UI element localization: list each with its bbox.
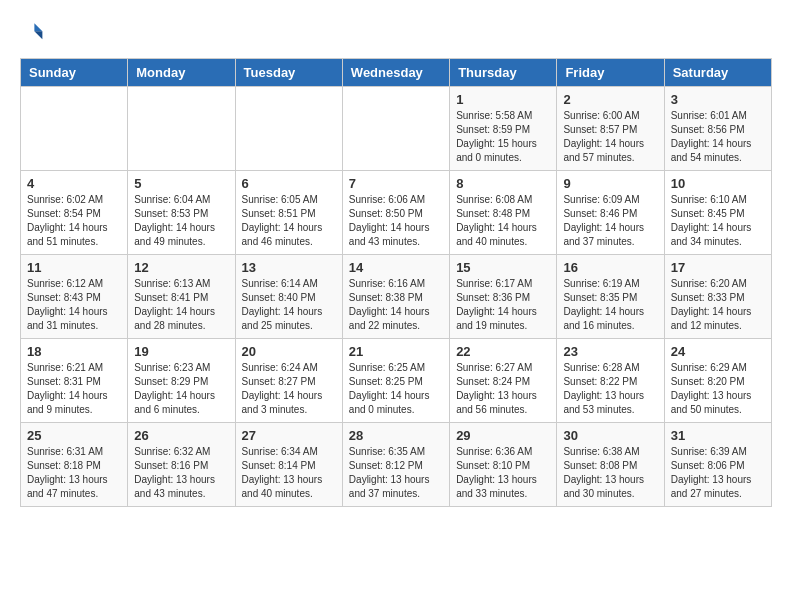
day-number: 19 (134, 344, 228, 359)
day-info: Sunrise: 6:13 AM Sunset: 8:41 PM Dayligh… (134, 277, 228, 333)
calendar-header-row: SundayMondayTuesdayWednesdayThursdayFrid… (21, 59, 772, 87)
day-info: Sunrise: 6:12 AM Sunset: 8:43 PM Dayligh… (27, 277, 121, 333)
calendar-cell: 21Sunrise: 6:25 AM Sunset: 8:25 PM Dayli… (342, 339, 449, 423)
day-number: 8 (456, 176, 550, 191)
calendar-cell: 7Sunrise: 6:06 AM Sunset: 8:50 PM Daylig… (342, 171, 449, 255)
day-info: Sunrise: 6:09 AM Sunset: 8:46 PM Dayligh… (563, 193, 657, 249)
calendar-week-4: 18Sunrise: 6:21 AM Sunset: 8:31 PM Dayli… (21, 339, 772, 423)
calendar-cell (21, 87, 128, 171)
day-number: 22 (456, 344, 550, 359)
calendar-cell: 20Sunrise: 6:24 AM Sunset: 8:27 PM Dayli… (235, 339, 342, 423)
day-info: Sunrise: 6:38 AM Sunset: 8:08 PM Dayligh… (563, 445, 657, 501)
day-info: Sunrise: 6:16 AM Sunset: 8:38 PM Dayligh… (349, 277, 443, 333)
day-info: Sunrise: 6:00 AM Sunset: 8:57 PM Dayligh… (563, 109, 657, 165)
header-friday: Friday (557, 59, 664, 87)
day-number: 28 (349, 428, 443, 443)
calendar-cell: 23Sunrise: 6:28 AM Sunset: 8:22 PM Dayli… (557, 339, 664, 423)
day-number: 14 (349, 260, 443, 275)
day-number: 21 (349, 344, 443, 359)
header-wednesday: Wednesday (342, 59, 449, 87)
header-thursday: Thursday (450, 59, 557, 87)
calendar-week-3: 11Sunrise: 6:12 AM Sunset: 8:43 PM Dayli… (21, 255, 772, 339)
calendar-cell: 13Sunrise: 6:14 AM Sunset: 8:40 PM Dayli… (235, 255, 342, 339)
calendar-cell: 8Sunrise: 6:08 AM Sunset: 8:48 PM Daylig… (450, 171, 557, 255)
calendar-cell: 2Sunrise: 6:00 AM Sunset: 8:57 PM Daylig… (557, 87, 664, 171)
calendar-cell: 30Sunrise: 6:38 AM Sunset: 8:08 PM Dayli… (557, 423, 664, 507)
calendar-cell: 14Sunrise: 6:16 AM Sunset: 8:38 PM Dayli… (342, 255, 449, 339)
calendar-cell (128, 87, 235, 171)
calendar-cell: 18Sunrise: 6:21 AM Sunset: 8:31 PM Dayli… (21, 339, 128, 423)
calendar-week-1: 1Sunrise: 5:58 AM Sunset: 8:59 PM Daylig… (21, 87, 772, 171)
day-number: 18 (27, 344, 121, 359)
calendar-cell: 31Sunrise: 6:39 AM Sunset: 8:06 PM Dayli… (664, 423, 771, 507)
day-number: 15 (456, 260, 550, 275)
calendar-cell: 26Sunrise: 6:32 AM Sunset: 8:16 PM Dayli… (128, 423, 235, 507)
calendar-cell: 27Sunrise: 6:34 AM Sunset: 8:14 PM Dayli… (235, 423, 342, 507)
day-number: 17 (671, 260, 765, 275)
page-header (20, 20, 772, 48)
calendar-cell: 3Sunrise: 6:01 AM Sunset: 8:56 PM Daylig… (664, 87, 771, 171)
calendar-cell: 15Sunrise: 6:17 AM Sunset: 8:36 PM Dayli… (450, 255, 557, 339)
day-number: 9 (563, 176, 657, 191)
header-sunday: Sunday (21, 59, 128, 87)
header-saturday: Saturday (664, 59, 771, 87)
calendar-cell (342, 87, 449, 171)
svg-marker-1 (34, 31, 42, 39)
day-info: Sunrise: 6:34 AM Sunset: 8:14 PM Dayligh… (242, 445, 336, 501)
day-info: Sunrise: 6:04 AM Sunset: 8:53 PM Dayligh… (134, 193, 228, 249)
header-monday: Monday (128, 59, 235, 87)
day-info: Sunrise: 6:20 AM Sunset: 8:33 PM Dayligh… (671, 277, 765, 333)
day-number: 1 (456, 92, 550, 107)
calendar-cell: 11Sunrise: 6:12 AM Sunset: 8:43 PM Dayli… (21, 255, 128, 339)
calendar-cell: 10Sunrise: 6:10 AM Sunset: 8:45 PM Dayli… (664, 171, 771, 255)
calendar-cell: 22Sunrise: 6:27 AM Sunset: 8:24 PM Dayli… (450, 339, 557, 423)
day-number: 10 (671, 176, 765, 191)
day-info: Sunrise: 6:05 AM Sunset: 8:51 PM Dayligh… (242, 193, 336, 249)
day-info: Sunrise: 6:36 AM Sunset: 8:10 PM Dayligh… (456, 445, 550, 501)
day-info: Sunrise: 6:19 AM Sunset: 8:35 PM Dayligh… (563, 277, 657, 333)
svg-marker-0 (34, 23, 42, 31)
day-info: Sunrise: 6:10 AM Sunset: 8:45 PM Dayligh… (671, 193, 765, 249)
day-info: Sunrise: 6:32 AM Sunset: 8:16 PM Dayligh… (134, 445, 228, 501)
day-info: Sunrise: 6:06 AM Sunset: 8:50 PM Dayligh… (349, 193, 443, 249)
day-number: 12 (134, 260, 228, 275)
day-number: 16 (563, 260, 657, 275)
day-info: Sunrise: 6:14 AM Sunset: 8:40 PM Dayligh… (242, 277, 336, 333)
day-number: 13 (242, 260, 336, 275)
day-info: Sunrise: 6:01 AM Sunset: 8:56 PM Dayligh… (671, 109, 765, 165)
day-number: 30 (563, 428, 657, 443)
calendar-cell: 9Sunrise: 6:09 AM Sunset: 8:46 PM Daylig… (557, 171, 664, 255)
day-number: 20 (242, 344, 336, 359)
calendar-cell: 17Sunrise: 6:20 AM Sunset: 8:33 PM Dayli… (664, 255, 771, 339)
logo-icon (20, 20, 44, 44)
day-info: Sunrise: 6:28 AM Sunset: 8:22 PM Dayligh… (563, 361, 657, 417)
day-info: Sunrise: 6:24 AM Sunset: 8:27 PM Dayligh… (242, 361, 336, 417)
day-number: 25 (27, 428, 121, 443)
day-info: Sunrise: 6:39 AM Sunset: 8:06 PM Dayligh… (671, 445, 765, 501)
header-tuesday: Tuesday (235, 59, 342, 87)
logo (20, 20, 48, 48)
day-info: Sunrise: 6:08 AM Sunset: 8:48 PM Dayligh… (456, 193, 550, 249)
calendar-cell: 25Sunrise: 6:31 AM Sunset: 8:18 PM Dayli… (21, 423, 128, 507)
day-number: 23 (563, 344, 657, 359)
calendar-cell: 16Sunrise: 6:19 AM Sunset: 8:35 PM Dayli… (557, 255, 664, 339)
day-info: Sunrise: 6:35 AM Sunset: 8:12 PM Dayligh… (349, 445, 443, 501)
calendar-cell: 12Sunrise: 6:13 AM Sunset: 8:41 PM Dayli… (128, 255, 235, 339)
calendar-table: SundayMondayTuesdayWednesdayThursdayFrid… (20, 58, 772, 507)
day-info: Sunrise: 6:29 AM Sunset: 8:20 PM Dayligh… (671, 361, 765, 417)
day-number: 11 (27, 260, 121, 275)
calendar-cell: 24Sunrise: 6:29 AM Sunset: 8:20 PM Dayli… (664, 339, 771, 423)
day-info: Sunrise: 6:25 AM Sunset: 8:25 PM Dayligh… (349, 361, 443, 417)
day-number: 26 (134, 428, 228, 443)
calendar-cell: 5Sunrise: 6:04 AM Sunset: 8:53 PM Daylig… (128, 171, 235, 255)
calendar-cell: 29Sunrise: 6:36 AM Sunset: 8:10 PM Dayli… (450, 423, 557, 507)
day-number: 2 (563, 92, 657, 107)
day-number: 5 (134, 176, 228, 191)
day-number: 29 (456, 428, 550, 443)
day-info: Sunrise: 6:21 AM Sunset: 8:31 PM Dayligh… (27, 361, 121, 417)
calendar-week-2: 4Sunrise: 6:02 AM Sunset: 8:54 PM Daylig… (21, 171, 772, 255)
day-info: Sunrise: 6:23 AM Sunset: 8:29 PM Dayligh… (134, 361, 228, 417)
day-info: Sunrise: 6:02 AM Sunset: 8:54 PM Dayligh… (27, 193, 121, 249)
calendar-cell: 6Sunrise: 6:05 AM Sunset: 8:51 PM Daylig… (235, 171, 342, 255)
day-number: 4 (27, 176, 121, 191)
